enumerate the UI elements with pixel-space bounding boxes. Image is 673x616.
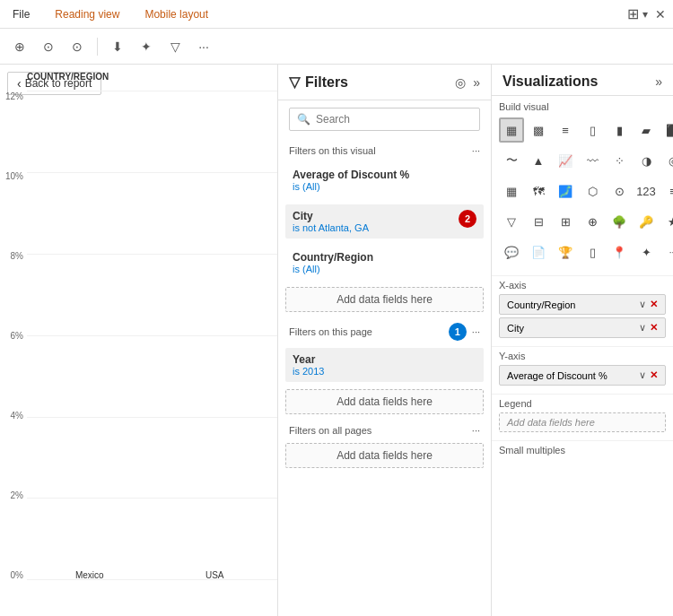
viz-icon-paginated[interactable]: 📄 bbox=[526, 239, 551, 265]
filter-city[interactable]: City is not Atlanta, GA 2 bbox=[285, 204, 484, 239]
toolbar-icon-2[interactable]: ⊙ bbox=[36, 34, 61, 59]
toolbar-sep-1 bbox=[97, 38, 98, 56]
filter-section-all-more[interactable]: ··· bbox=[472, 425, 480, 436]
filter-visual-add-field[interactable]: Add data fields here bbox=[285, 287, 484, 312]
viz-x-axis-section: X-axis Country/Region ∨ ✕ City ∨ ✕ bbox=[492, 275, 673, 346]
filter-city-title: City bbox=[293, 210, 369, 222]
top-right-close[interactable]: ✕ bbox=[655, 7, 666, 22]
filter-section-page-more[interactable]: ··· bbox=[472, 326, 480, 337]
viz-icon-line-area[interactable]: 📈 bbox=[553, 148, 578, 173]
viz-icon-stacked-bar[interactable]: ≡ bbox=[553, 117, 578, 143]
bar-label-usa: USA bbox=[205, 570, 224, 580]
toolbar-icon-5[interactable]: ✦ bbox=[134, 34, 159, 59]
filter-section-page-title: Filters on this page 1 ··· bbox=[278, 316, 491, 344]
search-box[interactable]: 🔍 bbox=[289, 108, 480, 131]
viz-x-city-field[interactable]: City ∨ ✕ bbox=[499, 317, 666, 338]
search-input[interactable] bbox=[316, 113, 472, 126]
viz-x-city-remove[interactable]: ✕ bbox=[650, 322, 658, 334]
viz-x-country-chevron[interactable]: ∨ bbox=[639, 299, 646, 310]
viz-y-discount-icons: ∨ ✕ bbox=[639, 369, 658, 381]
viz-legend-add-field[interactable]: Add data fields here bbox=[499, 412, 666, 432]
filters-eye-icon[interactable]: ◎ bbox=[455, 75, 466, 90]
viz-icon-matrix[interactable]: ⊞ bbox=[553, 209, 578, 234]
viz-icon-map[interactable]: 🗺 bbox=[526, 178, 551, 204]
viz-icon-donut[interactable]: ◎ bbox=[660, 148, 673, 173]
viz-icon-smart-narr[interactable]: ★ bbox=[660, 209, 673, 234]
viz-icon-custom2[interactable]: 📍 bbox=[607, 239, 632, 265]
toolbar-icon-3[interactable]: ⊙ bbox=[65, 34, 90, 59]
viz-icon-funnel[interactable]: ⬡ bbox=[580, 178, 605, 204]
filter-avg-discount-sub: is (All) bbox=[293, 181, 476, 192]
filter-page-add-field[interactable]: Add data fields here bbox=[285, 389, 484, 414]
filters-title: ▽ Filters bbox=[289, 74, 348, 91]
filter-section-all-pages-title: Filters on all pages ··· bbox=[278, 418, 491, 439]
viz-y-discount-field[interactable]: Average of Discount % ∨ ✕ bbox=[499, 365, 666, 386]
bar-group-mexico[interactable]: Mexico bbox=[63, 563, 117, 580]
filter-page-badge: 1 bbox=[449, 323, 467, 341]
toolbar-icon-7[interactable]: ··· bbox=[191, 34, 216, 59]
filter-section-visual-more[interactable]: ··· bbox=[472, 145, 480, 156]
viz-icon-stacked-col[interactable]: ▮ bbox=[607, 117, 632, 143]
viz-icon-scatter[interactable]: ⁘ bbox=[607, 148, 632, 173]
viz-title: Visualizations bbox=[503, 74, 598, 90]
toolbar: ⊕ ⊙ ⊙ ⬇ ✦ ▽ ··· bbox=[0, 29, 673, 65]
viz-icon-multirow[interactable]: ≡ bbox=[660, 178, 673, 204]
viz-x-city-icons: ∨ ✕ bbox=[639, 322, 658, 334]
menu-reading-view[interactable]: Reading view bbox=[49, 4, 125, 24]
chart-area: ‹ Back to report COUNTRY/REGION 0% 2% 4%… bbox=[0, 65, 278, 616]
viz-icon-custom1[interactable]: ▯ bbox=[580, 239, 605, 265]
viz-x-country-remove[interactable]: ✕ bbox=[650, 299, 658, 310]
viz-icon-slicer[interactable]: ⊟ bbox=[526, 209, 551, 234]
viz-expand-button[interactable]: » bbox=[655, 74, 662, 89]
viz-x-country-field[interactable]: Country/Region ∨ ✕ bbox=[499, 294, 666, 315]
viz-x-city-chevron[interactable]: ∨ bbox=[639, 322, 646, 334]
viz-icon-100-col[interactable]: ⬛ bbox=[660, 117, 673, 143]
y-label-2: 2% bbox=[4, 490, 23, 500]
viz-icon-100-bar[interactable]: ▰ bbox=[634, 117, 659, 143]
menu-bar: File Reading view Mobile layout ⊞ ▾ ✕ bbox=[0, 0, 673, 29]
viz-icon-more[interactable]: ··· bbox=[660, 239, 673, 265]
viz-icon-line[interactable]: 〜 bbox=[499, 148, 524, 173]
viz-icon-kpi[interactable]: ▽ bbox=[499, 209, 524, 234]
bar-group-usa[interactable]: USA bbox=[188, 563, 241, 580]
search-icon: 🔍 bbox=[297, 113, 310, 126]
viz-y-discount-chevron[interactable]: ∨ bbox=[639, 369, 646, 381]
viz-small-multiples-label: Small multiples bbox=[499, 445, 666, 455]
filter-avg-discount[interactable]: Average of Discount % is (All) bbox=[285, 163, 484, 197]
filter-year-title: Year bbox=[293, 353, 476, 366]
filter-all-pages-add-field[interactable]: Add data fields here bbox=[285, 443, 484, 468]
toolbar-icon-6[interactable]: ▽ bbox=[162, 34, 188, 59]
viz-y-axis-section: Y-axis Average of Discount % ∨ ✕ bbox=[492, 346, 673, 394]
viz-icon-filled-map[interactable]: 🗾 bbox=[553, 178, 578, 204]
menu-file[interactable]: File bbox=[7, 4, 35, 24]
top-right-icon[interactable]: ⊞ bbox=[627, 5, 639, 22]
viz-icon-decomp-tree[interactable]: 🌳 bbox=[607, 209, 632, 234]
viz-icon-gauge[interactable]: ⊙ bbox=[607, 178, 632, 204]
viz-icon-bar[interactable]: ▩ bbox=[526, 117, 551, 143]
top-right-chevron[interactable]: ▾ bbox=[642, 8, 648, 21]
viz-icon-table[interactable]: ▦ bbox=[499, 117, 524, 143]
viz-icon-pie[interactable]: ◑ bbox=[634, 148, 659, 173]
viz-icon-key-influencers[interactable]: 🔑 bbox=[634, 209, 659, 234]
filters-expand-icon[interactable]: » bbox=[473, 75, 480, 90]
viz-icon-card[interactable]: 123 bbox=[634, 178, 659, 204]
toolbar-icon-1[interactable]: ⊕ bbox=[7, 34, 32, 59]
filter-country[interactable]: Country/Region is (All) bbox=[285, 246, 484, 280]
menu-mobile-layout[interactable]: Mobile layout bbox=[139, 4, 214, 24]
viz-icon-area[interactable]: ▲ bbox=[526, 148, 551, 173]
toolbar-icon-4[interactable]: ⬇ bbox=[105, 34, 130, 59]
viz-icon-qna[interactable]: 💬 bbox=[499, 239, 524, 265]
viz-icon-trophy[interactable]: 🏆 bbox=[553, 239, 578, 265]
viz-icon-azure-map[interactable]: ⊕ bbox=[580, 209, 605, 234]
viz-legend-label: Legend bbox=[499, 398, 666, 409]
filter-city-badge: 2 bbox=[459, 210, 476, 228]
viz-build-visual-section: Build visual ▦ ▩ ≡ ▯ ▮ ▰ ⬛ 〜 ▲ 📈 〰 ⁘ ◑ ◎ bbox=[492, 96, 673, 275]
filter-section-visual-label: Filters on this visual bbox=[289, 145, 376, 156]
viz-icon-custom3[interactable]: ✦ bbox=[634, 239, 659, 265]
viz-icon-treemap[interactable]: ▦ bbox=[499, 178, 524, 204]
viz-y-discount-remove[interactable]: ✕ bbox=[650, 369, 658, 381]
back-arrow-icon: ‹ bbox=[17, 76, 22, 91]
viz-icon-col[interactable]: ▯ bbox=[580, 117, 605, 143]
filter-year[interactable]: Year is 2013 bbox=[285, 348, 484, 382]
viz-icon-ribbon[interactable]: 〰 bbox=[580, 148, 605, 173]
